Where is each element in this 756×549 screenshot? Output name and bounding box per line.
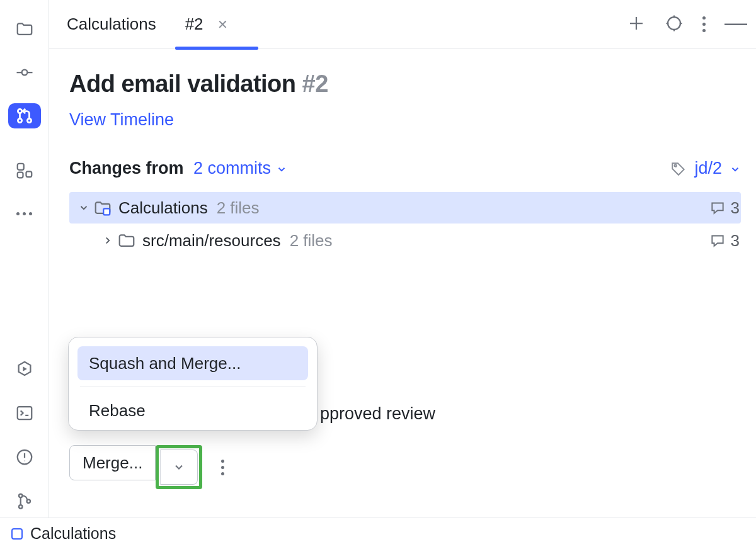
merge-button[interactable]: Merge... <box>69 445 156 480</box>
comment-icon <box>709 232 726 249</box>
project-chip-icon <box>11 528 23 540</box>
pr-number: #2 <box>302 71 328 97</box>
terminal-icon[interactable] <box>8 397 41 429</box>
new-icon[interactable] <box>627 14 646 35</box>
close-tab-icon[interactable]: ✕ <box>217 17 228 32</box>
tabbar: Calculations #2 ✕ — <box>49 0 756 49</box>
merge-options-popup: Squash and Merge... Rebase <box>68 337 318 431</box>
left-rail <box>0 0 49 518</box>
commits-dropdown[interactable]: 2 commits <box>193 159 287 178</box>
svg-rect-5 <box>26 171 32 177</box>
merge-split-button: Merge... <box>69 445 202 489</box>
more-vertical-icon[interactable] <box>221 460 224 475</box>
menu-separator <box>80 387 306 387</box>
changes-from-label: Changes from <box>69 159 184 178</box>
tree-row-count: 2 files <box>217 198 260 218</box>
view-timeline-link[interactable]: View Timeline <box>69 110 741 130</box>
tree-row-repo[interactable]: Calculations 2 files 3 <box>69 192 741 224</box>
review-status-partial: pproved review <box>320 404 435 424</box>
vcs-icon[interactable] <box>8 485 41 518</box>
svg-point-1 <box>18 109 21 113</box>
chevron-down-icon <box>276 159 287 178</box>
svg-rect-7 <box>17 407 32 419</box>
svg-point-9 <box>19 494 23 497</box>
svg-rect-14 <box>103 208 110 215</box>
comment-icon <box>709 200 726 216</box>
comments-count[interactable]: 3 <box>709 231 740 251</box>
status-project-name[interactable]: Calculations <box>30 524 116 543</box>
statusbar: Calculations <box>0 518 756 549</box>
pr-tab[interactable]: #2 <box>183 14 206 34</box>
svg-point-11 <box>26 499 30 503</box>
highlight-box <box>156 445 202 489</box>
chevron-right-icon[interactable] <box>101 235 115 246</box>
branch-chip[interactable]: jd/2 <box>670 159 741 178</box>
project-tab[interactable]: Calculations <box>64 14 159 34</box>
pr-title: Add email validation #2 <box>69 71 741 98</box>
svg-point-2 <box>18 118 21 122</box>
folder-icon[interactable] <box>8 16 41 42</box>
tag-icon <box>670 161 687 177</box>
structure-icon[interactable] <box>8 157 41 183</box>
svg-point-10 <box>19 505 23 509</box>
pull-request-icon[interactable] <box>8 103 41 129</box>
folder-icon <box>117 231 136 250</box>
commit-icon[interactable] <box>8 60 41 86</box>
tree-row-count: 2 files <box>290 231 333 251</box>
chevron-down-icon <box>730 159 741 178</box>
tree-row-name: src/main/resources <box>142 231 281 251</box>
target-icon[interactable] <box>665 14 684 35</box>
svg-point-3 <box>27 118 31 122</box>
tree-row-folder[interactable]: src/main/resources 2 files 3 <box>69 225 741 256</box>
menu-item-squash-merge[interactable]: Squash and Merge... <box>77 346 308 380</box>
repo-folder-icon <box>93 198 112 217</box>
merge-options-chevron[interactable] <box>160 450 198 485</box>
pr-title-text: Add email validation <box>69 71 296 97</box>
run-icon[interactable] <box>8 353 41 385</box>
more-vertical-icon[interactable] <box>702 16 706 32</box>
tree-row-name: Calculations <box>118 198 208 218</box>
chevron-down-icon <box>173 461 185 473</box>
svg-point-0 <box>21 70 27 76</box>
svg-point-12 <box>668 17 680 30</box>
svg-rect-6 <box>17 172 23 178</box>
problems-icon[interactable] <box>8 441 41 473</box>
branch-name: jd/2 <box>694 159 722 178</box>
comments-count[interactable]: 3 <box>709 198 740 218</box>
svg-rect-4 <box>17 164 23 170</box>
chevron-down-icon[interactable] <box>77 202 91 213</box>
more-horizontal-icon[interactable] <box>8 201 41 227</box>
changes-from: Changes from 2 commits <box>69 159 287 178</box>
menu-item-rebase[interactable]: Rebase <box>77 396 308 425</box>
svg-point-13 <box>675 164 677 166</box>
